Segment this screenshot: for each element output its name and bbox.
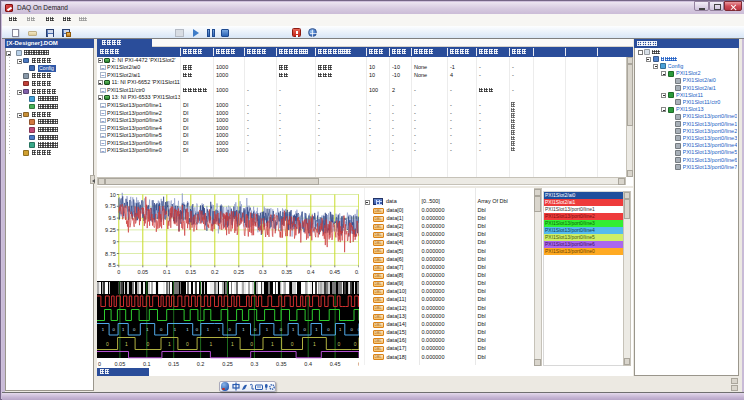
svg-text:1: 1 bbox=[168, 341, 171, 347]
svg-text:0.4: 0.4 bbox=[304, 361, 312, 367]
svg-text:0.2: 0.2 bbox=[197, 361, 205, 367]
svg-text:0: 0 bbox=[250, 341, 253, 347]
svg-text:9.75: 9.75 bbox=[105, 203, 116, 209]
svg-text:0: 0 bbox=[291, 341, 294, 347]
svg-text:0: 0 bbox=[98, 361, 101, 367]
svg-text:0.1: 0.1 bbox=[163, 269, 171, 275]
svg-text:0: 0 bbox=[106, 341, 109, 347]
svg-text:0.5: 0.5 bbox=[358, 361, 359, 367]
svg-text:0.2: 0.2 bbox=[211, 269, 219, 275]
svg-text:10: 10 bbox=[110, 191, 116, 197]
svg-text:0.3: 0.3 bbox=[259, 269, 267, 275]
svg-text:9.25: 9.25 bbox=[105, 226, 116, 232]
svg-text:9: 9 bbox=[113, 238, 116, 244]
svg-text:0: 0 bbox=[186, 341, 189, 347]
svg-text:0.35: 0.35 bbox=[276, 361, 287, 367]
svg-text:0: 0 bbox=[338, 341, 341, 347]
svg-text:8.75: 8.75 bbox=[105, 250, 116, 256]
svg-text:0.25: 0.25 bbox=[222, 361, 233, 367]
svg-text:0.1: 0.1 bbox=[143, 361, 151, 367]
svg-text:0.3: 0.3 bbox=[251, 361, 259, 367]
svg-text:0.35: 0.35 bbox=[281, 269, 292, 275]
svg-text:1: 1 bbox=[313, 341, 316, 347]
svg-text:8.5: 8.5 bbox=[108, 262, 116, 268]
svg-text:0.45: 0.45 bbox=[330, 361, 341, 367]
svg-text:1: 1 bbox=[125, 341, 128, 347]
svg-text:0.05: 0.05 bbox=[115, 361, 126, 367]
svg-text:0.4: 0.4 bbox=[307, 269, 315, 275]
svg-text:0: 0 bbox=[147, 341, 150, 347]
svg-text:1: 1 bbox=[231, 341, 234, 347]
svg-text:0.45: 0.45 bbox=[329, 269, 340, 275]
svg-text:0.25: 0.25 bbox=[233, 269, 244, 275]
svg-text:0.15: 0.15 bbox=[168, 361, 179, 367]
svg-text:0.05: 0.05 bbox=[137, 269, 148, 275]
svg-text:0: 0 bbox=[354, 341, 357, 347]
svg-text:0: 0 bbox=[117, 269, 120, 275]
svg-text:9.5: 9.5 bbox=[108, 215, 116, 221]
svg-text:0.15: 0.15 bbox=[185, 269, 196, 275]
svg-text:1: 1 bbox=[271, 341, 274, 347]
svg-text:0.5: 0.5 bbox=[355, 269, 359, 275]
svg-text:1: 1 bbox=[210, 341, 213, 347]
